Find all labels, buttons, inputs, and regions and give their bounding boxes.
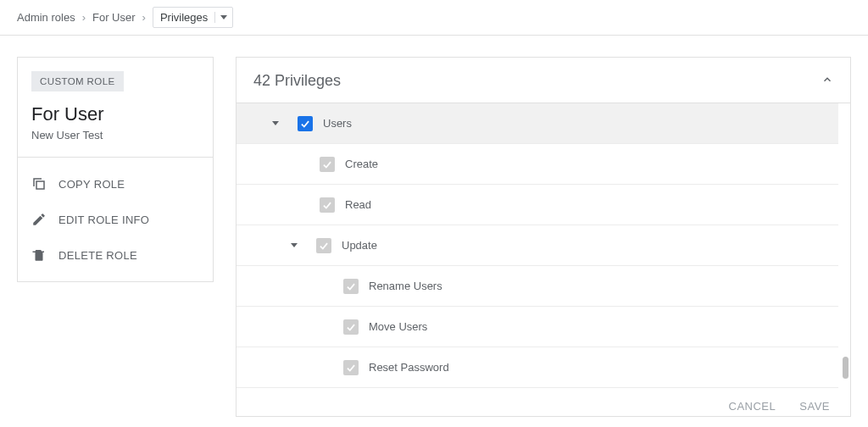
privilege-checkbox[interactable] [343, 279, 359, 294]
copy-role-button[interactable]: COPY ROLE [18, 166, 213, 202]
privilege-label: Reset Password [369, 361, 449, 374]
breadcrumb-dropdown[interactable] [214, 12, 232, 23]
privilege-row: Rename Users [236, 266, 838, 307]
breadcrumb-item-admin-roles[interactable]: Admin roles [17, 11, 75, 24]
chevron-right-icon: › [142, 11, 146, 24]
privilege-checkbox[interactable] [298, 116, 313, 131]
save-button[interactable]: SAVE [799, 400, 830, 413]
svg-rect-0 [36, 181, 44, 189]
caret-down-icon [220, 15, 227, 19]
privilege-label: Rename Users [369, 280, 442, 292]
chevron-up-icon [821, 74, 833, 88]
scrollbar-thumb[interactable] [843, 357, 849, 379]
privilege-checkbox[interactable] [320, 157, 335, 172]
copy-icon [31, 176, 47, 191]
privilege-label: Update [342, 239, 377, 252]
privilege-row: Reset Password [236, 347, 838, 388]
privilege-checkbox[interactable] [343, 319, 359, 335]
privilege-label: Create [345, 158, 378, 170]
chevron-right-icon: › [82, 11, 86, 24]
trash-icon [31, 247, 47, 263]
delete-role-button[interactable]: DELETE ROLE [18, 237, 213, 273]
role-type-badge: CUSTOM ROLE [31, 71, 124, 92]
privilege-label: Users [323, 117, 352, 130]
expand-caret-icon[interactable] [272, 121, 279, 125]
panel-header[interactable]: 42 Privileges [236, 58, 850, 103]
privilege-label: Read [345, 198, 371, 211]
main-panel: 42 Privileges UsersCreateReadUpdateRenam… [236, 57, 851, 417]
edit-role-label: EDIT ROLE INFO [58, 214, 149, 226]
delete-role-label: DELETE ROLE [58, 249, 137, 262]
privilege-row: Users [236, 103, 838, 144]
privilege-label: Move Users [369, 320, 427, 333]
edit-role-button[interactable]: EDIT ROLE INFO [18, 202, 213, 237]
panel-title: 42 Privileges [253, 72, 341, 90]
privilege-row: Move Users [236, 307, 838, 347]
copy-role-label: COPY ROLE [58, 178, 125, 191]
privilege-row: Update [236, 225, 838, 266]
breadcrumb: Admin roles › For User › Privileges [0, 0, 868, 36]
role-title: For User [31, 103, 199, 125]
cancel-button[interactable]: CANCEL [729, 400, 776, 413]
privilege-checkbox[interactable] [320, 197, 335, 213]
privilege-list: UsersCreateReadUpdateRename UsersMove Us… [236, 103, 850, 388]
sidebar: CUSTOM ROLE For User New User Test COPY … [17, 57, 214, 282]
privilege-checkbox[interactable] [343, 360, 359, 375]
breadcrumb-item-for-user[interactable]: For User [92, 11, 136, 24]
role-subtitle: New User Test [31, 129, 199, 141]
pencil-icon [31, 212, 47, 227]
privilege-checkbox[interactable] [316, 238, 331, 253]
breadcrumb-current-label: Privileges [153, 8, 214, 27]
expand-caret-icon[interactable] [291, 243, 298, 247]
privilege-row: Read [236, 185, 838, 225]
privilege-row: Create [236, 144, 838, 185]
footer-actions: CANCEL SAVE [236, 388, 850, 416]
breadcrumb-current: Privileges [153, 7, 233, 28]
